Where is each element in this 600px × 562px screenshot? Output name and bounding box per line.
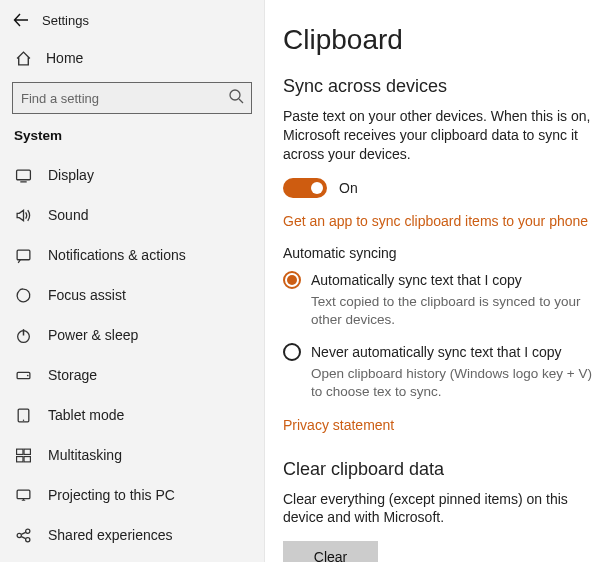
sidebar-item-label: Sound bbox=[48, 207, 88, 223]
focus-assist-icon bbox=[14, 287, 32, 304]
sidebar-item-label: Notifications & actions bbox=[48, 247, 186, 263]
svg-point-8 bbox=[26, 374, 28, 376]
sidebar-item-label: Shared experiences bbox=[48, 527, 173, 543]
projecting-icon bbox=[14, 487, 32, 504]
sync-heading: Sync across devices bbox=[283, 76, 600, 97]
sound-icon bbox=[14, 207, 32, 224]
sidebar-group-label: System bbox=[0, 124, 264, 155]
privacy-link[interactable]: Privacy statement bbox=[283, 417, 394, 433]
sidebar-item-multitasking[interactable]: Multitasking bbox=[0, 435, 264, 475]
radio-unselected-icon bbox=[283, 343, 301, 361]
sidebar-list: Display Sound Notifications & actions Fo… bbox=[0, 155, 264, 562]
radio-label: Automatically sync text that I copy bbox=[311, 272, 522, 288]
search-icon bbox=[228, 88, 244, 108]
sidebar-item-projecting[interactable]: Projecting to this PC bbox=[0, 475, 264, 515]
storage-icon bbox=[14, 367, 32, 384]
svg-rect-11 bbox=[16, 449, 22, 454]
sidebar-item-label: Power & sleep bbox=[48, 327, 138, 343]
sidebar-item-shared[interactable]: Shared experiences bbox=[0, 515, 264, 555]
svg-rect-14 bbox=[24, 456, 30, 461]
svg-line-19 bbox=[21, 532, 25, 534]
radio-never-desc: Open clipboard history (Windows logo key… bbox=[311, 365, 600, 401]
radio-auto-sync[interactable]: Automatically sync text that I copy bbox=[283, 271, 600, 289]
power-icon bbox=[14, 327, 32, 344]
svg-point-16 bbox=[17, 533, 21, 537]
tablet-icon bbox=[14, 407, 32, 424]
multitasking-icon bbox=[14, 447, 32, 464]
sidebar-item-label: Display bbox=[48, 167, 94, 183]
radio-selected-icon bbox=[283, 271, 301, 289]
sidebar-item-sound[interactable]: Sound bbox=[0, 195, 264, 235]
search-container bbox=[12, 82, 252, 114]
settings-title: Settings bbox=[42, 13, 89, 28]
sync-description: Paste text on your other devices. When t… bbox=[283, 107, 600, 164]
svg-rect-13 bbox=[16, 456, 22, 461]
svg-rect-15 bbox=[17, 490, 30, 499]
sidebar-item-label: Tablet mode bbox=[48, 407, 124, 423]
svg-rect-4 bbox=[17, 250, 30, 260]
home-label: Home bbox=[46, 50, 83, 66]
sync-toggle-row: On bbox=[283, 178, 600, 198]
sidebar-item-tablet[interactable]: Tablet mode bbox=[0, 395, 264, 435]
main-content: Clipboard Sync across devices Paste text… bbox=[265, 0, 600, 562]
svg-line-1 bbox=[239, 99, 243, 103]
clear-description: Clear everything (except pinned items) o… bbox=[283, 490, 600, 528]
notifications-icon bbox=[14, 247, 32, 264]
svg-point-18 bbox=[25, 537, 29, 541]
svg-point-10 bbox=[22, 419, 23, 420]
svg-point-17 bbox=[25, 529, 29, 533]
radio-never-sync[interactable]: Never automatically sync text that I cop… bbox=[283, 343, 600, 361]
clear-heading: Clear clipboard data bbox=[283, 459, 600, 480]
sidebar-item-label: Storage bbox=[48, 367, 97, 383]
search-input[interactable] bbox=[12, 82, 252, 114]
clear-button[interactable]: Clear bbox=[283, 541, 378, 562]
sync-toggle[interactable] bbox=[283, 178, 327, 198]
sidebar-item-notifications[interactable]: Notifications & actions bbox=[0, 235, 264, 275]
svg-point-0 bbox=[230, 90, 240, 100]
display-icon bbox=[14, 167, 32, 184]
sidebar-item-power[interactable]: Power & sleep bbox=[0, 315, 264, 355]
svg-rect-12 bbox=[24, 449, 30, 454]
sidebar-item-label: Focus assist bbox=[48, 287, 126, 303]
sidebar-item-storage[interactable]: Storage bbox=[0, 355, 264, 395]
sidebar-item-home[interactable]: Home bbox=[0, 40, 264, 76]
sidebar-item-label: Multitasking bbox=[48, 447, 122, 463]
sidebar-item-display[interactable]: Display bbox=[0, 155, 264, 195]
svg-rect-2 bbox=[16, 170, 30, 180]
sidebar-header: Settings bbox=[0, 0, 264, 40]
sidebar-item-label: Projecting to this PC bbox=[48, 487, 175, 503]
shared-experiences-icon bbox=[14, 527, 32, 544]
sidebar: Settings Home System Display Sound Notif… bbox=[0, 0, 265, 562]
svg-line-20 bbox=[21, 536, 25, 538]
sidebar-item-focus[interactable]: Focus assist bbox=[0, 275, 264, 315]
sync-toggle-label: On bbox=[339, 180, 358, 196]
radio-auto-desc: Text copied to the clipboard is synced t… bbox=[311, 293, 600, 329]
arrow-left-icon bbox=[13, 12, 29, 28]
back-button[interactable] bbox=[6, 5, 36, 35]
home-icon bbox=[14, 50, 32, 67]
radio-label: Never automatically sync text that I cop… bbox=[311, 344, 562, 360]
page-title: Clipboard bbox=[283, 24, 600, 56]
auto-sync-heading: Automatic syncing bbox=[283, 245, 600, 261]
sidebar-item-clipboard[interactable]: Clipboard bbox=[0, 555, 264, 562]
get-app-link[interactable]: Get an app to sync clipboard items to yo… bbox=[283, 213, 588, 229]
